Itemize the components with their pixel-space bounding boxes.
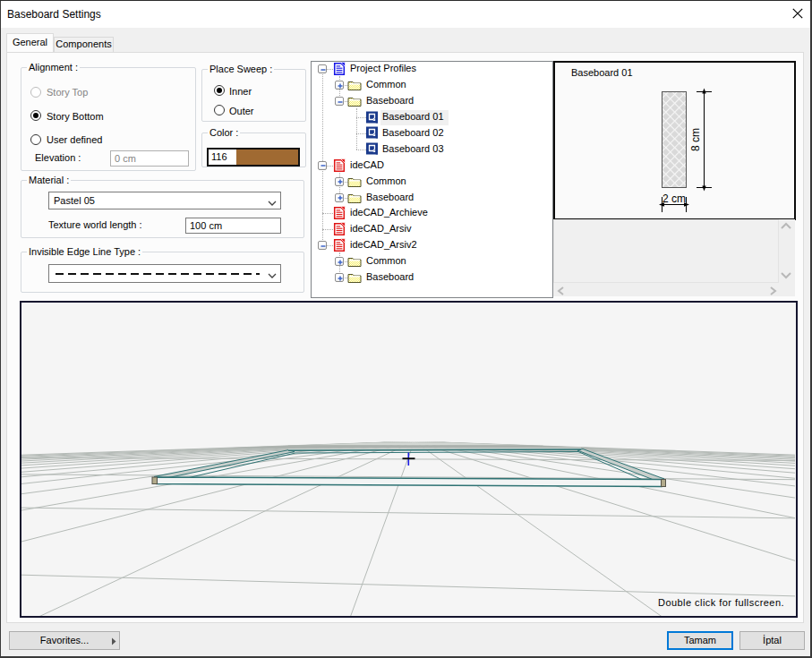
- svg-text:8 cm: 8 cm: [689, 128, 702, 151]
- svg-text:2 cm: 2 cm: [662, 192, 686, 205]
- svg-text:Baseboard 01: Baseboard 01: [571, 67, 633, 78]
